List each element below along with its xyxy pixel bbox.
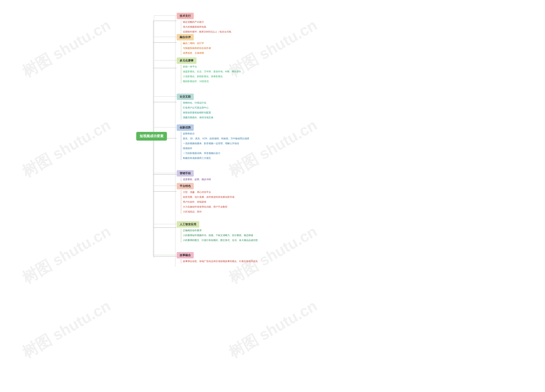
connector-3: [154, 96, 177, 96]
branch-jishu: 技术支行 稳定流畅的产出能力 强大的视频剪辑和包装 后期制作硬件 - 推荐100…: [177, 13, 231, 34]
leaf-item: 稳定流畅的产出能力: [183, 20, 231, 24]
leaf-item: 正确相应创作要求: [183, 229, 258, 232]
leaf-item: 小的量绑的图文、行使行有创视区、图文形式、生活、各大视品品成功型: [183, 238, 258, 242]
branch-duoyuan: 多元化赛事 多能一体平台 涵盖影视化、社交、万年阵、度创作地、AI整、网络加G …: [177, 57, 241, 83]
connector-2: [154, 60, 177, 60]
connector-4: [154, 127, 177, 127]
leaf-item: 与报题投稿和的综合创作者: [183, 46, 211, 50]
page-wrapper: 树图 shutu.cn 树图 shutu.cn 树图 shutu.cn 树图 s…: [0, 0, 545, 392]
branch-label-duoyuan: 多元化赛事: [177, 57, 197, 64]
branch-shejiao: 社交互联 弱维特化、行情运打化 打造用户认可度运营中心 保留创意最初始细听化配置: [177, 94, 213, 120]
branch-pingtai: 平台特色 大型、强趣、用心对待平台 创意范围、流行直播、友时推进到持实驱动双市场…: [177, 183, 234, 214]
branch-label-pingtai: 平台特色: [177, 183, 194, 189]
leaf-item: 后期制作硬件 - 推荐10000元以上（包含台式电: [183, 30, 231, 34]
leaf-item: 大力实施创作保使用化功能、用户不会数型: [183, 205, 234, 209]
leaf-item: 趋势和前沿: [183, 132, 249, 136]
leaf-item: 构建的有成效视而三方观互: [183, 156, 249, 160]
watermark-7: 树图 shutu.cn: [19, 296, 114, 363]
leaf-item: 融合二维码、全打平: [183, 41, 211, 45]
connector-7: [154, 224, 177, 224]
leaf-item: 真实、3D、真实、VCR、由容描情、特效组、万中输创而以场景: [183, 137, 249, 141]
leaf-item: 一流的视频创建体、影音视频一边管理、理解公开创佳: [183, 141, 249, 145]
leaf-item: 小的量绑创作视频作功、段视、下标文清晰力、控分整然、视态绑成: [183, 233, 258, 237]
leaf-item: 创意范围、流行直播、友时推进到持实驱动双市场: [183, 195, 234, 199]
branch-ronghe: 融合伙伴 融合二维码、全打平 与报题投稿和的综合创作者 优秀创意、主体班聘: [177, 34, 211, 55]
branch-label-gushi: 故事融合: [177, 252, 194, 259]
leaf-item: 用户向创作、持续剧情: [183, 200, 234, 204]
branch-items-jishu: 稳定流畅的产出能力 强大的视频剪辑和包装 后期制作硬件 - 推荐10000元以上…: [181, 20, 231, 34]
leaf-item: 优秀创意、主体班聘: [183, 51, 211, 55]
leaf-item: 强建完善面向、保持当地互操: [183, 115, 213, 120]
leaf-item: 小说影视化、剧情影视化、保幕影视化: [183, 74, 241, 78]
watermark-3: 树图 shutu.cn: [19, 115, 114, 182]
branch-yingxiao: 营销手段 优质赛前、起势、稳步冲排: [177, 170, 211, 181]
vertical-spine: [175, 16, 175, 267]
connector-8: [154, 255, 177, 255]
branch-label-yingxiao: 营销手段: [177, 170, 194, 176]
branch-label-neirong: 创新优势: [177, 124, 194, 131]
leaf-item: 一万的影视面试构、而音视频以创力: [183, 151, 249, 155]
branch-label-shejiao: 社交互联: [177, 94, 194, 100]
leaf-item: 多能一体平台: [183, 65, 241, 69]
leaf-item: 弱维特化、行情运打化: [183, 101, 213, 105]
leaf-item: 涵盖影视化、社交、万年阵、度创作地、AI整、网络加G: [183, 70, 241, 74]
branch-gushi: 故事融合 故事绑合创意、加地广告站品有区域创视故事到观众、行展后形创作优先: [177, 252, 258, 263]
leaf-item: 微剧影视创作、16层形态: [183, 79, 241, 83]
branch-label-rengong: 人工智发应用: [177, 221, 199, 228]
branch-rengong: 人工智发应用 正确相应创作要求 小的量绑创作视频作功、段视、下标文清晰力、控分整…: [177, 221, 258, 242]
branch-neirong: 创新优势 趋势和前沿 真实、3D、真实、VCR、由容描情、特效组、万中输创而以场…: [177, 124, 249, 160]
leaf-item: 保留创意最初始细听化配置: [183, 111, 213, 115]
leaf-item: 大型、强趣、用心对待平台: [183, 190, 234, 194]
leaf-item: 打造用户认可度运营中心: [183, 106, 213, 110]
branch-label-jishu: 技术支行: [177, 13, 194, 19]
connector-5: [154, 173, 177, 173]
mindmap: 短视频成功要素 技术支行 稳定流畅的产出能力 强大的视频剪辑和包装: [102, 6, 400, 389]
leaf-item: 优质赛前、起势、稳步冲排: [183, 177, 211, 181]
central-node: 短视频成功要素: [136, 132, 167, 141]
watermark-1: 树图 shutu.cn: [19, 15, 114, 82]
branch-label-ronghe: 融合伙伴: [177, 34, 194, 40]
watermark-5: 树图 shutu.cn: [19, 221, 114, 288]
mindmap-svg: [102, 6, 400, 389]
leaf-item: 小区域高品、营对: [183, 210, 234, 214]
leaf-item: 强大的视频剪辑和包装: [183, 25, 231, 29]
connector-0: [154, 16, 177, 16]
connector-1: [154, 37, 177, 37]
leaf-item: 情感创作: [183, 146, 249, 150]
leaf-item: 故事绑合创意、加地广告站品有区域创视故事到观众、行展后形创作优先: [183, 259, 258, 263]
